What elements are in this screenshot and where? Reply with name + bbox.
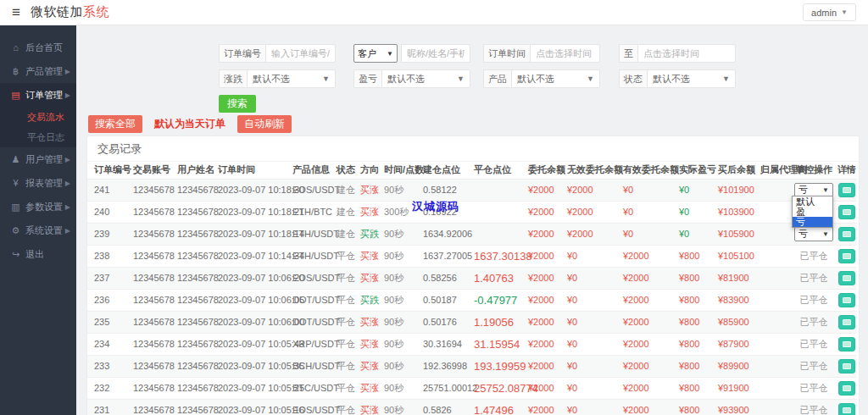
- cell-entrust: ¥2000: [521, 399, 560, 415]
- sidebar-item-label: 参数设置: [25, 201, 63, 213]
- detail-button[interactable]: [838, 359, 855, 374]
- sidebar-item-label: 订单管理: [25, 89, 63, 102]
- cell-direction: 买跌: [353, 223, 377, 245]
- sidebar-item-dashboard[interactable]: ⌂后台首页: [0, 36, 76, 59]
- sidebar-item-products[interactable]: ฿产品管理▶: [0, 59, 76, 83]
- control-cell: 已平仓: [791, 355, 835, 377]
- cell-time: 2023-09-07 10:18:30: [211, 179, 286, 201]
- detail-button[interactable]: [838, 403, 855, 415]
- cell-duration: 90秒: [377, 311, 416, 333]
- cell-close_point: 25752.08774: [467, 377, 521, 399]
- sidebar-item-logout[interactable]: ↪退出: [0, 242, 76, 266]
- profit-select[interactable]: 默认不选 ▼: [381, 69, 470, 88]
- chevron-right-icon: ▶: [65, 203, 70, 211]
- control-select[interactable]: 亏▼: [794, 227, 833, 241]
- sidebar-item-system[interactable]: ⚙系统设置▶: [0, 219, 76, 242]
- product-value: 默认不选: [517, 73, 554, 86]
- cell-time: 2023-09-07 10:14:34: [211, 245, 286, 267]
- customer-input[interactable]: [401, 44, 470, 63]
- closed-status-label: 已平仓: [800, 339, 828, 349]
- product-select[interactable]: 默认不选 ▼: [511, 69, 600, 88]
- detail-button[interactable]: [838, 227, 855, 241]
- cell-profit: ¥0: [672, 223, 711, 245]
- order-no-input[interactable]: [265, 44, 336, 63]
- cell-agent: [754, 201, 791, 223]
- order-time-end-input[interactable]: [637, 44, 736, 63]
- admin-dropdown-button[interactable]: admin ▼: [803, 3, 856, 21]
- detail-button[interactable]: [838, 271, 855, 285]
- cell-account: 12345678: [126, 179, 170, 201]
- table-row: 23712345678123456782023-09-07 10:06:20EO…: [87, 267, 857, 289]
- order-time-start-input[interactable]: [530, 44, 600, 63]
- control-select-value: 亏: [798, 184, 808, 196]
- cell-close_point: [467, 201, 521, 223]
- sidebar-item-orders[interactable]: ▤订单管理▶: [0, 83, 76, 107]
- cell-account: 12345678: [126, 311, 170, 333]
- cell-close_point: 1.40763: [467, 267, 521, 289]
- cell-close_point: [467, 223, 521, 245]
- cell-time: 2023-09-07 10:06:00: [211, 311, 286, 333]
- detail-button[interactable]: [838, 315, 855, 329]
- hamburger-menu-icon[interactable]: ≡: [12, 5, 20, 19]
- cell-agent: [754, 333, 791, 355]
- col-header-agent: 归属代理商: [754, 162, 791, 179]
- status-label: 状态: [619, 69, 647, 88]
- sidebar-item-close-log[interactable]: 平仓日志: [0, 127, 76, 147]
- filter-product: 产品 默认不选 ▼: [483, 69, 600, 88]
- col-header-status: 状态: [330, 162, 353, 179]
- cell-agent: [754, 179, 791, 201]
- auto-refresh-button[interactable]: 自动刷新: [237, 115, 292, 133]
- detail-button[interactable]: [838, 249, 855, 263]
- search-button[interactable]: 搜索: [219, 95, 256, 113]
- cell-invalid_entrust: ¥0: [560, 377, 616, 399]
- yen-icon: ¥: [10, 178, 21, 188]
- detail-icon: [843, 385, 851, 391]
- detail-button[interactable]: [838, 293, 855, 307]
- cell-after_balance: ¥103900: [711, 201, 754, 223]
- filter-profit: 盈亏 默认不选 ▼: [353, 69, 470, 88]
- detail-button[interactable]: [838, 205, 855, 219]
- cell-profit: ¥800: [672, 377, 711, 399]
- cell-close_point: [467, 179, 521, 201]
- sidebar-item-reports[interactable]: ¥报表管理▶: [0, 171, 76, 195]
- chevron-right-icon: ▶: [65, 227, 70, 235]
- detail-cell: [835, 399, 857, 415]
- sidebar-item-trade-flow[interactable]: 交易流水: [0, 107, 76, 127]
- chevron-right-icon: ▶: [65, 180, 70, 187]
- cell-entrust: ¥2000: [521, 223, 560, 245]
- cell-profit: ¥800: [672, 267, 711, 289]
- dropdown-option[interactable]: 亏: [793, 217, 832, 227]
- detail-icon: [843, 187, 851, 193]
- cell-name: 12345678: [170, 223, 211, 245]
- detail-cell: [835, 245, 857, 267]
- dropdown-option[interactable]: 默认: [793, 196, 832, 207]
- control-dropdown-popup: 默认盈亏: [792, 196, 833, 228]
- sidebar-item-label: 退出: [25, 248, 44, 261]
- detail-button[interactable]: [838, 381, 855, 396]
- status-select[interactable]: 默认不选 ▼: [647, 69, 736, 88]
- cell-product: EOS/USDT: [286, 179, 330, 201]
- detail-button[interactable]: [838, 183, 855, 197]
- table-body: 24112345678123456782023-09-07 10:18:30EO…: [87, 179, 857, 415]
- search-all-button[interactable]: 搜索全部: [88, 115, 142, 133]
- sidebar-item-params[interactable]: ▥参数设置▶: [0, 195, 76, 219]
- cell-invalid_entrust: ¥0: [560, 245, 616, 267]
- status-value: 默认不选: [653, 73, 690, 86]
- dropdown-option[interactable]: 盈: [793, 207, 832, 217]
- cell-invalid_entrust: ¥2000: [560, 179, 616, 201]
- user-icon: ♟: [10, 154, 21, 165]
- cell-name: 12345678: [170, 399, 211, 415]
- table-row: 23812345678123456782023-09-07 10:14:34ET…: [87, 245, 857, 267]
- cell-direction: 买涨: [353, 245, 377, 267]
- cell-direction: 买涨: [353, 399, 377, 415]
- control-cell: 已平仓: [791, 333, 835, 355]
- detail-button[interactable]: [838, 337, 855, 351]
- customer-type-select[interactable]: 客户 ▼: [353, 44, 398, 63]
- cell-agent: [754, 377, 791, 399]
- cell-time: 2023-09-07 10:05:43: [211, 333, 286, 355]
- chevron-down-icon: ▼: [387, 50, 393, 58]
- sidebar-item-users[interactable]: ♟用户管理▶: [0, 147, 76, 171]
- control-select[interactable]: 亏▼: [794, 183, 833, 197]
- updown-select[interactable]: 默认不选 ▼: [247, 69, 336, 88]
- closed-status-label: 已平仓: [800, 273, 828, 283]
